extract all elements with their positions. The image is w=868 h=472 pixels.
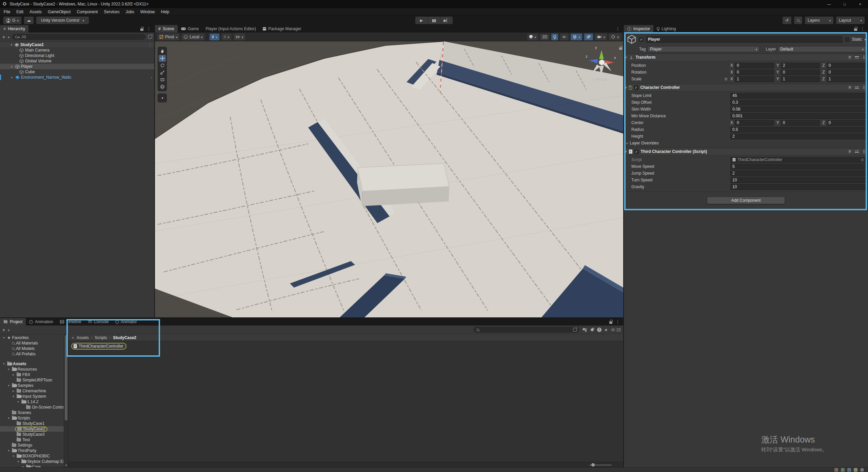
camera-settings-button[interactable] <box>595 34 607 40</box>
skin-width-field[interactable]: 0.08 <box>730 106 866 112</box>
favorites-all-models[interactable]: All Models <box>0 346 64 351</box>
hierarchy-item-cube[interactable]: Cube <box>0 69 154 75</box>
hierarchy-item-global-volume[interactable]: Global Volume <box>0 58 154 64</box>
lock-icon[interactable] <box>140 28 143 31</box>
lock-icon[interactable] <box>854 28 857 31</box>
create-asset-button[interactable]: + <box>2 327 5 333</box>
favorites-star-icon[interactable]: ★ <box>604 328 608 332</box>
tab-animator[interactable]: Animator <box>112 318 140 326</box>
favorites-all-materials[interactable]: All Materials <box>0 340 64 346</box>
rotation-x-field[interactable]: 0 <box>735 70 774 75</box>
project-search-field[interactable] <box>474 327 579 333</box>
scroll-down-arrow-icon[interactable]: ▼ <box>65 464 67 467</box>
jump-speed-field[interactable]: 2 <box>730 171 866 176</box>
gizmo-lock-icon[interactable] <box>619 47 622 50</box>
scene-lighting-toggle[interactable] <box>551 34 558 40</box>
scale-y-field[interactable]: 1 <box>781 76 820 82</box>
radius-field[interactable]: 0.5 <box>730 127 866 133</box>
link-scale-icon[interactable]: ⊘ <box>724 77 730 81</box>
script-object-field[interactable]: ThirdCharacterController ⊙ <box>730 157 866 163</box>
menu-services[interactable]: Services <box>101 8 122 16</box>
tab-hierarchy[interactable]: ≡Hierarchy <box>0 25 28 33</box>
chevron-down-icon[interactable] <box>8 328 9 332</box>
favorites-all-prefabs[interactable]: All Prefabs <box>0 351 64 357</box>
step-offset-field[interactable]: 0.3 <box>730 100 866 105</box>
foldout-open-icon[interactable]: ▾ <box>625 86 627 89</box>
version-control-button[interactable]: Unity Version Control <box>36 17 89 24</box>
object-picker-icon[interactable]: ⊙ <box>861 158 864 162</box>
menu-gameobject[interactable]: GameObject <box>45 8 74 16</box>
view-tool-button[interactable] <box>159 48 166 55</box>
maximize-button[interactable]: □ <box>837 0 852 8</box>
step-button[interactable]: ▶▏ <box>440 17 453 24</box>
audio-toggle[interactable] <box>560 34 569 40</box>
prefab-open-chevron-icon[interactable]: › <box>151 75 152 79</box>
local-space-button[interactable]: Local <box>182 34 204 40</box>
tab-project[interactable]: Project <box>0 318 26 326</box>
help-icon[interactable] <box>848 55 852 59</box>
add-component-button[interactable]: Add Component <box>707 197 785 204</box>
status-icon-2[interactable] <box>841 468 845 472</box>
tab-inspector[interactable]: Inspector <box>624 25 653 33</box>
static-checkbox[interactable] <box>845 37 849 42</box>
position-z-field[interactable]: 0 <box>827 63 866 68</box>
component-enabled-checkbox[interactable] <box>634 85 638 90</box>
grid-snap-toggle[interactable]: # <box>210 34 219 40</box>
tree-1-14-2[interactable]: ▾ 1.14.2 <box>0 399 64 405</box>
cloud-button[interactable]: ☁ <box>24 17 34 24</box>
tree-cinemachine[interactable]: ▸ Cinemachine <box>0 388 64 394</box>
search-by-type-icon[interactable] <box>582 328 587 332</box>
gameobject-name-field[interactable]: Player <box>646 36 843 43</box>
tab-game[interactable]: Game <box>178 25 202 33</box>
hierarchy-search-field[interactable]: All <box>12 34 145 40</box>
tree-test[interactable]: Test <box>0 437 64 442</box>
hierarchy-item-directional-light[interactable]: Directional Light <box>0 53 154 58</box>
add-gameobject-button[interactable]: + <box>2 34 5 40</box>
foldout-closed-icon[interactable]: ▸ <box>10 76 14 79</box>
foldout-open-icon[interactable]: ▾ <box>625 150 627 153</box>
kebab-menu-icon[interactable]: ⋮ <box>616 26 620 31</box>
breadcrumb-studycase2[interactable]: StudyCase2 <box>113 335 136 340</box>
asset-thirdcharactercontroller[interactable]: ThirdCharacterController <box>71 343 126 350</box>
slider-knob[interactable] <box>591 463 595 467</box>
position-y-field[interactable]: 2 <box>781 63 820 68</box>
pause-button[interactable]: ▮▮ <box>428 17 440 24</box>
help-icon[interactable] <box>848 150 852 154</box>
tree-samples[interactable]: ▾ Samples <box>0 383 64 388</box>
tab-lighting[interactable]: Lighting <box>653 25 679 33</box>
status-icon-5[interactable] <box>860 468 864 472</box>
tree-studycase2-selected[interactable]: StudyCase2 <box>0 426 64 432</box>
effects-toggle[interactable] <box>571 34 582 40</box>
scale-z-field[interactable]: 1 <box>827 76 866 82</box>
help-icon[interactable] <box>848 85 852 90</box>
search-by-label-icon[interactable] <box>590 328 594 332</box>
tab-package-manager[interactable]: Package Manager <box>259 25 304 33</box>
scene-visibility-toggle[interactable] <box>584 34 593 40</box>
scale-x-field[interactable]: 1 <box>735 76 774 82</box>
script-component-header[interactable]: ▾ Third Character Controller (Script) ⋮ <box>624 148 868 155</box>
character-controller-header[interactable]: ▾ Character Controller ⋮ <box>624 84 868 91</box>
tree-scripts[interactable]: ▾ Scripts <box>0 415 64 421</box>
chevron-down-icon[interactable] <box>8 35 9 39</box>
layer-dropdown[interactable]: Default <box>778 46 866 52</box>
rotation-label[interactable]: Rotation <box>631 70 730 75</box>
tree-scrollbar[interactable]: ▼ <box>64 334 68 467</box>
min-move-distance-field[interactable]: 0.001 <box>730 113 866 119</box>
menu-help[interactable]: Help <box>158 8 173 16</box>
height-field[interactable]: 2 <box>730 134 866 139</box>
kebab-menu-icon[interactable]: ⋮ <box>862 149 866 154</box>
component-enabled-checkbox[interactable] <box>634 150 639 154</box>
gravity-field[interactable]: 10 <box>730 184 866 190</box>
menu-file[interactable]: File <box>1 8 13 16</box>
rect-tool-button[interactable] <box>159 76 166 83</box>
minimize-button[interactable]: — <box>821 0 837 8</box>
menu-edit[interactable]: Edit <box>13 8 26 16</box>
center-z-field[interactable]: 0 <box>827 120 866 126</box>
turn-speed-field[interactable]: 10 <box>730 177 866 183</box>
menu-window[interactable]: Window <box>137 8 158 16</box>
tab-timeline[interactable]: Timeline <box>57 318 85 326</box>
rotation-z-field[interactable]: 0 <box>827 70 866 75</box>
draw-mode-button[interactable] <box>527 34 538 40</box>
scale-tool-button[interactable] <box>159 69 166 76</box>
alert-icon[interactable]: ! <box>597 328 601 332</box>
